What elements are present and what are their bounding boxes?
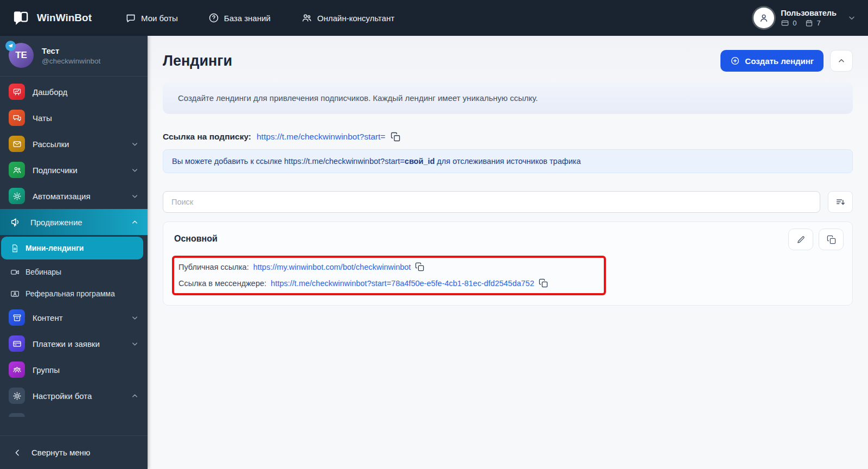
sidebar-subitem-webinars[interactable]: Вебинары xyxy=(0,261,148,283)
sidebar-item-promotion[interactable]: Продвижение xyxy=(0,209,148,235)
brand-title: WinWinBot xyxy=(37,12,92,24)
sidebar-item-bot-settings[interactable]: Настройки бота xyxy=(0,383,148,409)
landing-card: Основной xyxy=(163,221,853,306)
user-info: Пользователь 0 xyxy=(781,9,837,27)
landing-card-title: Основной xyxy=(174,234,218,244)
wallet-stat: 0 xyxy=(781,19,796,27)
chevron-up-icon xyxy=(131,392,139,400)
tracking-tip: Вы можете добавить к ссылке https://t.me… xyxy=(163,149,853,173)
bot-handle: @checkwinwinbot xyxy=(42,57,100,65)
messenger-link-label: Ссылка в мессенджере: xyxy=(178,279,266,288)
top-navbar: WinWinBot Мои боты Б xyxy=(0,0,868,36)
collapse-menu-button[interactable]: Свернуть меню xyxy=(0,435,148,469)
user-name: Пользователь xyxy=(781,9,837,17)
dashboard-icon xyxy=(9,84,25,100)
sidebar-item-groups[interactable]: Группы xyxy=(0,357,148,383)
user-menu[interactable]: Пользователь 0 xyxy=(754,8,856,28)
sidebar-item-automation[interactable]: Автоматизация xyxy=(0,183,148,209)
messenger-link[interactable]: https://t.me/checkwinwinbot?start=78a4f5… xyxy=(271,279,534,288)
sidebar-subitem-referral-program[interactable]: Реферальная программа xyxy=(0,283,148,305)
sidebar-subitem-mini-landings[interactable]: Мини-лендинги xyxy=(1,237,143,259)
nav-item-online-consultant[interactable]: Онлайн-консультант xyxy=(301,12,394,23)
pencil-icon xyxy=(796,235,806,244)
landing-links-block: Публичная ссылка: https://my.winwinbot.c… xyxy=(172,256,606,295)
sidebar-item-broadcasts[interactable]: Рассылки xyxy=(0,131,148,157)
bot-avatar: TE xyxy=(9,43,34,68)
subscribers-icon xyxy=(9,162,25,178)
chevron-up-icon xyxy=(837,56,846,65)
collapse-panel-button[interactable] xyxy=(830,50,853,72)
copy-icon[interactable] xyxy=(539,278,548,288)
landing-card-actions xyxy=(788,229,844,250)
messenger-link-row: Ссылка в мессенджере: https://t.me/check… xyxy=(178,278,599,288)
nav-item-knowledge-base[interactable]: База знаний xyxy=(208,12,271,23)
app-window: WinWinBot Мои боты Б xyxy=(0,0,868,469)
chevron-down-icon xyxy=(131,192,139,200)
document-icon xyxy=(10,244,20,253)
header-actions: Создать лендинг xyxy=(720,50,853,72)
chevron-down-icon xyxy=(131,140,139,148)
settings-gear-icon xyxy=(9,388,25,404)
public-link-row: Публичная ссылка: https://my.winwinbot.c… xyxy=(178,262,599,271)
telegram-badge-icon xyxy=(5,41,16,51)
main-content: Лендинги Создать лендинг xyxy=(148,36,868,469)
days-stat: 7 xyxy=(805,19,820,27)
sort-descending-icon xyxy=(835,197,846,207)
red-annotation-rectangle xyxy=(172,256,606,295)
chevron-left-icon xyxy=(13,448,22,457)
subscription-link[interactable]: https://t.me/checkwinwinbot?start= xyxy=(257,132,385,142)
search-input[interactable] xyxy=(163,191,820,213)
page-title: Лендинги xyxy=(163,53,232,69)
copy-icon[interactable] xyxy=(415,262,424,271)
groups-icon xyxy=(9,362,25,378)
subscription-link-row: Ссылка на подписку: https://t.me/checkwi… xyxy=(163,132,853,142)
winwinbot-logo-icon xyxy=(12,9,30,27)
sidebar-item-dashboard[interactable]: Дашборд xyxy=(0,79,148,105)
brand-logo[interactable]: WinWinBot xyxy=(12,9,92,27)
copy-icon[interactable] xyxy=(391,132,400,142)
sidebar-item-subscribers[interactable]: Подписчики xyxy=(0,157,148,183)
user-stats: 0 7 xyxy=(781,19,837,27)
duplicate-landing-button[interactable] xyxy=(819,229,844,250)
nav-item-my-bots[interactable]: Мои боты xyxy=(125,12,178,23)
chevron-down-icon xyxy=(131,166,139,174)
plus-circle-icon xyxy=(730,56,740,66)
landing-card-header: Основной xyxy=(172,229,844,250)
mail-icon xyxy=(9,136,25,152)
bot-profile[interactable]: TE Тест @checkwinwinbot xyxy=(0,36,148,77)
automation-gear-icon xyxy=(9,188,25,204)
cutoff-menu-item-icon xyxy=(9,413,25,417)
copy-icon xyxy=(827,235,836,244)
wallet-icon xyxy=(781,19,789,27)
question-circle-icon xyxy=(208,12,219,23)
top-nav-menu: Мои боты База знаний xyxy=(125,12,394,23)
subscription-label: Ссылка на подписку: xyxy=(163,132,251,142)
sidebar: TE Тест @checkwinwinbot xyxy=(0,36,148,469)
create-landing-button[interactable]: Создать лендинг xyxy=(720,50,824,72)
chevron-down-icon xyxy=(847,14,856,22)
chevron-down-icon xyxy=(131,314,139,322)
info-banner: Создайте лендинги для привлечения подпис… xyxy=(163,82,853,114)
sidebar-item-content[interactable]: Контент xyxy=(0,305,148,331)
sidebar-item-payments[interactable]: Платежи и заявки xyxy=(0,331,148,357)
sidebar-item-chats[interactable]: Чаты xyxy=(0,105,148,131)
people-icon xyxy=(301,12,312,23)
payments-card-icon xyxy=(9,335,25,352)
user-avatar xyxy=(754,8,774,28)
chevron-down-icon xyxy=(131,340,139,348)
public-link[interactable]: https://my.winwinbot.com/bot/checkwinwin… xyxy=(253,263,411,271)
bot-profile-text: Тест @checkwinwinbot xyxy=(42,46,100,65)
referral-monitor-icon xyxy=(10,289,20,299)
chat-bubble-icon xyxy=(125,12,136,23)
edit-landing-button[interactable] xyxy=(788,229,813,250)
video-camera-icon xyxy=(10,268,20,277)
chats-icon xyxy=(9,110,25,126)
calendar-icon xyxy=(805,19,813,27)
sort-button[interactable] xyxy=(828,191,853,213)
bot-name: Тест xyxy=(42,46,100,55)
public-link-label: Публичная ссылка: xyxy=(178,263,249,271)
megaphone-icon xyxy=(9,214,23,230)
content-box-icon xyxy=(9,309,25,326)
search-row xyxy=(163,191,853,213)
sidebar-menu: Дашборд Чаты xyxy=(0,77,148,435)
